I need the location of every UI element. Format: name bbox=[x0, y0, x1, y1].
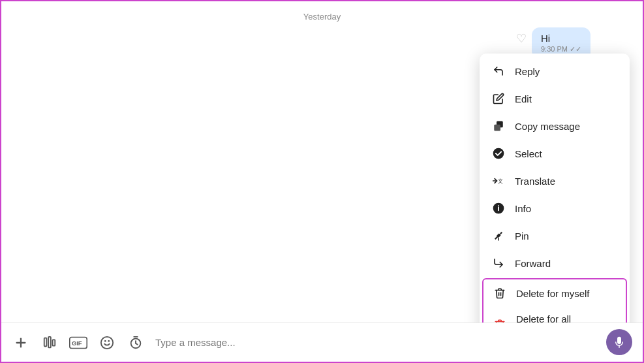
menu-item-reply[interactable]: Reply bbox=[480, 57, 630, 85]
pin-icon bbox=[491, 229, 506, 243]
chat-main: Yesterday Hi 9:30 PM ✓✓ Reply bbox=[1, 1, 643, 323]
svg-text:文: 文 bbox=[498, 178, 503, 184]
select-label: Select bbox=[515, 148, 542, 159]
date-divider: Yesterday bbox=[1, 1, 643, 27]
context-menu: Reply Edit Copy message Select bbox=[480, 54, 630, 323]
svg-rect-12 bbox=[53, 339, 55, 345]
delete-myself-label: Delete for myself bbox=[516, 288, 590, 299]
message-text: Hi bbox=[541, 33, 581, 44]
chat-container: Yesterday Hi 9:30 PM ✓✓ Reply bbox=[1, 1, 643, 362]
menu-item-delete-all[interactable]: Delete for all participants bbox=[483, 307, 626, 323]
svg-rect-11 bbox=[48, 336, 51, 347]
edit-label: Edit bbox=[515, 93, 532, 104]
info-label: Info bbox=[515, 203, 531, 214]
menu-item-forward[interactable]: Forward bbox=[480, 249, 630, 277]
pin-label: Pin bbox=[515, 230, 529, 242]
heart-reaction-icon[interactable] bbox=[516, 31, 527, 46]
reply-label: Reply bbox=[515, 66, 540, 77]
message-input[interactable] bbox=[155, 331, 632, 355]
forward-label: Forward bbox=[515, 258, 551, 269]
emoji-icon[interactable] bbox=[98, 334, 116, 352]
svg-rect-1 bbox=[494, 125, 500, 131]
menu-item-pin[interactable]: Pin bbox=[480, 222, 630, 249]
svg-point-2 bbox=[493, 148, 504, 159]
message-time: 9:30 PM ✓✓ bbox=[541, 45, 581, 54]
svg-text:GIF: GIF bbox=[72, 339, 82, 346]
delete-section: Delete for myself Delete for all partici… bbox=[482, 278, 627, 323]
menu-item-select[interactable]: Select bbox=[480, 140, 630, 167]
chat-toolbar: GIF bbox=[1, 323, 643, 362]
forward-icon bbox=[491, 256, 506, 270]
gif-icon[interactable]: GIF bbox=[69, 334, 87, 352]
menu-item-translate[interactable]: 文 Translate bbox=[480, 167, 630, 195]
reply-icon bbox=[491, 64, 506, 78]
voice-button[interactable] bbox=[606, 329, 632, 355]
menu-item-delete-myself[interactable]: Delete for myself bbox=[483, 279, 626, 307]
svg-point-6 bbox=[498, 205, 499, 206]
timer-icon[interactable] bbox=[127, 334, 145, 352]
trash-icon bbox=[493, 286, 507, 300]
copy-icon bbox=[491, 119, 506, 133]
svg-rect-10 bbox=[44, 338, 47, 346]
translate-label: Translate bbox=[515, 176, 555, 187]
menu-item-info[interactable]: Info bbox=[480, 195, 630, 222]
date-label: Yesterday bbox=[303, 12, 341, 22]
edit-icon bbox=[491, 91, 506, 106]
menu-item-edit[interactable]: Edit bbox=[480, 85, 630, 112]
select-icon bbox=[491, 146, 506, 161]
delete-all-label: Delete for all participants bbox=[516, 313, 617, 323]
copy-label: Copy message bbox=[515, 121, 580, 132]
add-button[interactable] bbox=[12, 334, 30, 352]
menu-item-copy[interactable]: Copy message bbox=[480, 112, 630, 140]
svg-point-15 bbox=[101, 336, 113, 348]
translate-icon: 文 bbox=[491, 174, 506, 188]
trash-red-icon bbox=[493, 317, 507, 323]
info-icon bbox=[491, 201, 506, 215]
voice-note-icon[interactable] bbox=[40, 334, 59, 352]
